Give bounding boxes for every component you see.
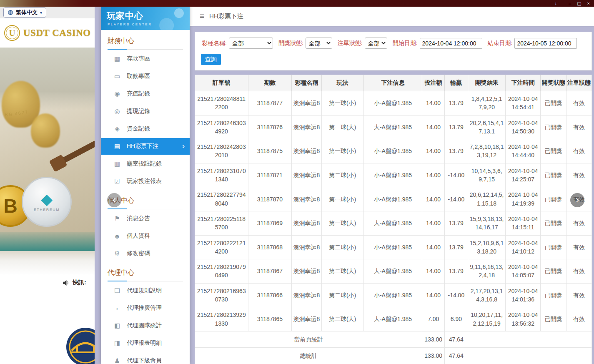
sidebar-item-withdraw-records[interactable]: ◎提現記錄 xyxy=(101,103,190,120)
cell-bet-info: 大-A盤@1.985 xyxy=(363,211,422,235)
language-selector[interactable]: 繁体中文 ▾ xyxy=(3,8,46,18)
cell-period: 31187870 xyxy=(248,187,292,211)
sidebar-item-withdraw-area[interactable]: ▭取款專區 xyxy=(101,68,190,85)
summary-row: 當前頁統計133.0047.64 xyxy=(195,331,592,347)
main-content: ≡ HH彩票下注 彩種名稱: 全部 開獎狀態: 全部 注單狀態: 全部 開始日期… xyxy=(190,7,594,364)
user-icon: ☻ xyxy=(113,233,121,240)
start-date-input[interactable] xyxy=(420,38,482,49)
sidebar-item-label: 存款專區 xyxy=(127,55,150,63)
cell-bet-time: 2024-10-04 14:05:07 xyxy=(506,259,541,284)
document-icon: ❏ xyxy=(113,287,121,294)
minimize-button[interactable]: – xyxy=(569,1,571,6)
sidebar-item-recharge-records[interactable]: ◉充值記錄 xyxy=(101,85,190,102)
cell-lottery-name: 澳洲幸运8 xyxy=(292,115,321,139)
sidebar-item-room-bet-records[interactable]: ▥廳室投註記錄 xyxy=(101,156,190,172)
sidebar-item-label: 廳室投註記錄 xyxy=(127,160,162,168)
cell-bet-amount: 14.00 xyxy=(422,235,444,259)
cell-bet-time: 2024-10-04 14:10:12 xyxy=(506,235,541,259)
sidebar-item-agent-downline[interactable]: ♟代理下級會員 xyxy=(101,352,190,364)
cell-draw-status: 已開獎 xyxy=(541,187,566,211)
cell-order-no: 2152172802428032010 xyxy=(195,139,248,163)
carousel-prev-button[interactable]: ‹ xyxy=(107,193,121,207)
draw-status-select[interactable]: 全部 xyxy=(306,38,332,49)
column-header-bet-time: 下注時間 xyxy=(506,75,541,91)
cell-lottery-name: 澳洲幸运8 xyxy=(292,187,321,211)
language-label: 繁体中文 xyxy=(16,9,38,16)
cell-period: 31187871 xyxy=(248,163,292,187)
order-status-label: 注單狀態: xyxy=(338,40,363,47)
cell-draw-status: 已開獎 xyxy=(541,235,566,259)
sidebar-item-agent-report-detail[interactable]: ◨代理報表明細 xyxy=(101,335,190,351)
column-header-order-no: 訂單號 xyxy=(195,75,248,91)
column-header-win-loss: 輸贏 xyxy=(444,75,468,91)
site-logo[interactable]: U USDT CASINO xyxy=(0,18,95,48)
query-button[interactable]: 查詢 xyxy=(201,54,221,65)
report-icon: ☑ xyxy=(113,178,121,185)
sidebar-item-deposit-area[interactable]: ▦存款專區 xyxy=(101,50,190,67)
download-icon[interactable]: ↓ xyxy=(555,1,557,6)
logo-monogram: U xyxy=(4,25,20,41)
cell-draw-status: 已開獎 xyxy=(541,163,566,187)
column-header-bet-info: 下注信息 xyxy=(363,75,422,91)
summary-empty xyxy=(468,331,591,347)
cell-period: 31187866 xyxy=(248,283,292,307)
calculator-icon: ▦ xyxy=(113,55,121,63)
cell-order-status: 有效 xyxy=(566,235,592,259)
cell-period: 31187875 xyxy=(248,139,292,163)
cell-order-no: 2152172802251185700 xyxy=(195,211,248,235)
sidebar-item-label: 代理下級會員 xyxy=(127,357,162,364)
sidebar-item-profile[interactable]: ☻個人資料 xyxy=(101,228,190,244)
background-site-panel: 繁体中文 ▾ U USDT CASINO KB 4627 B ◆ ETHEREU… xyxy=(0,7,95,364)
summary-empty xyxy=(468,348,591,364)
cell-bet-amount: 14.00 xyxy=(422,211,444,235)
menu-section-title: 財務中心 xyxy=(108,37,183,50)
cell-bet-amount: 14.00 xyxy=(422,259,444,284)
draw-status-label: 開獎狀態: xyxy=(278,40,303,47)
order-status-select[interactable]: 全部 xyxy=(365,38,387,49)
footer-area xyxy=(0,290,95,364)
sidebar-item-player-bet-report[interactable]: ☑玩家投注報表 xyxy=(101,173,190,190)
sidebar-item-change-password[interactable]: ⚙修改密碼 xyxy=(101,245,190,262)
users-icon: ♟ xyxy=(113,357,121,364)
news-ticker: 快訊: xyxy=(0,275,95,290)
cell-bet-time: 2024-10-04 14:19:39 xyxy=(506,187,541,211)
summary-bet-total: 133.00 xyxy=(422,348,444,364)
close-button[interactable]: × xyxy=(587,1,590,6)
menu-section-title: 代理中心 xyxy=(108,269,183,281)
cell-draw-result: 7,2,8,10,18,13,19,12 xyxy=(468,139,505,163)
ethereum-label: ETHEREUM xyxy=(34,208,60,212)
banner-fade xyxy=(0,251,95,275)
sidebar-item-agent-rules[interactable]: ❏代理規則說明 xyxy=(101,282,190,299)
end-date-input[interactable] xyxy=(514,38,577,49)
cell-win-loss: 13.79 xyxy=(444,211,468,235)
cell-win-loss: -14.00 xyxy=(444,283,468,307)
cell-bet-info: 小-A盤@1.985 xyxy=(363,283,422,307)
cell-lottery-name: 澳洲幸运8 xyxy=(292,259,321,284)
sidebar-item-announcements[interactable]: ⚑消息公告 xyxy=(101,210,190,227)
cell-draw-status: 已開獎 xyxy=(541,307,566,331)
column-header-order-status: 注單狀態 xyxy=(566,75,592,91)
sidebar-item-hh-lottery-bets[interactable]: ▤HH彩票下注› xyxy=(101,138,190,155)
cell-play-type: 第一球(小) xyxy=(321,139,363,163)
list-icon: ▥ xyxy=(113,160,121,168)
cell-draw-result: 20,2,6,15,4,17,13,1 xyxy=(468,115,505,139)
sidebar-item-agent-promotion[interactable]: ‹代理推廣管理 xyxy=(101,300,190,316)
cell-lottery-name: 澳洲幸运8 xyxy=(292,91,321,115)
column-header-period: 期數 xyxy=(248,75,292,91)
hamburger-icon[interactable]: ≡ xyxy=(200,12,204,21)
sidebar-item-agent-team-stats[interactable]: ◧代理團隊統計 xyxy=(101,317,190,334)
column-header-play-type: 玩法 xyxy=(321,75,363,91)
carousel-next-button[interactable]: › xyxy=(570,193,584,207)
cell-draw-status: 已開獎 xyxy=(541,259,566,284)
cell-order-no: 2152172802463034920 xyxy=(195,115,248,139)
lottery-select[interactable]: 全部 xyxy=(229,38,273,49)
cell-play-type: 第二球(小) xyxy=(321,235,363,259)
cell-order-no: 2152172802169630730 xyxy=(195,283,248,307)
cell-lottery-name: 澳洲幸运8 xyxy=(292,307,321,331)
cell-bet-info: 小-A盤@1.985 xyxy=(363,91,422,115)
page-title: HH彩票下注 xyxy=(209,13,243,20)
cell-bet-time: 2024-10-04 14:01:36 xyxy=(506,283,541,307)
maximize-button[interactable]: ▢ xyxy=(577,1,581,6)
cell-win-loss: 13.79 xyxy=(444,259,468,284)
sidebar-item-funds-records[interactable]: ◈資金記錄 xyxy=(101,120,190,137)
